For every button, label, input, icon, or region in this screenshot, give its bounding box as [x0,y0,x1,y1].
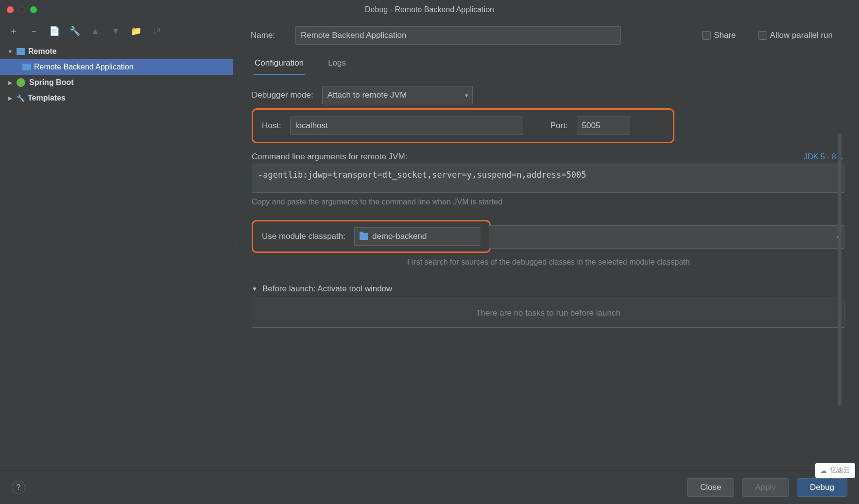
name-label: Name: [251,31,285,40]
host-label: Host: [262,121,281,131]
window-title: Debug - Remote Backend Application [0,5,859,14]
chevron-right-icon: ▶ [7,80,14,86]
parallel-checkbox[interactable]: Allow parallel run [758,31,833,40]
tabs: Configuration Logs [251,53,844,75]
remote-icon [17,48,25,55]
close-button[interactable]: Close [687,478,734,497]
up-icon: ▲ [90,26,100,36]
module-folder-icon [360,233,368,240]
folder-icon[interactable]: 📁 [131,26,141,36]
debugger-mode-select[interactable]: Attach to remote JVM [322,86,473,104]
chevron-down-icon: ▼ [252,286,258,292]
module-hint: First search for sources of the debugged… [407,258,708,267]
cmd-hint: Copy and paste the arguments to the comm… [252,198,844,206]
tree-item-remote-backend[interactable]: Remote Backend Application [0,59,233,75]
cmd-label: Command line arguments for remote JVM: [252,152,407,162]
config-tree: ▼ Remote Remote Backend Application ▶ Sp… [0,43,233,470]
share-label: Share [714,31,736,40]
cmd-textarea[interactable]: -agentlib:jdwp=transport=dt_socket,serve… [252,164,844,193]
module-select-inner[interactable]: demo-backend [354,227,481,246]
tree-item-templates[interactable]: ▶ 🔧 Templates [0,90,233,106]
down-icon: ▼ [111,26,120,36]
debugger-mode-label: Debugger mode: [252,90,313,100]
debug-button[interactable]: Debug [797,478,847,497]
sidebar-toolbar: ＋ － 📄 🔧 ▲ ▼ 📁 ↓ª [0,19,233,43]
remove-icon[interactable]: － [29,26,39,36]
cloud-icon: ☁ [820,467,827,474]
port-label: Port: [550,121,568,131]
footer: ? Close Apply Debug [0,470,859,504]
copy-icon[interactable]: 📄 [50,26,59,36]
sidebar: ＋ － 📄 🔧 ▲ ▼ 📁 ↓ª ▼ Remote Remote Backend… [0,19,233,470]
parallel-label: Allow parallel run [770,31,833,40]
tab-configuration[interactable]: Configuration [254,53,305,75]
jdk-value: JDK 5 - 8 [804,152,836,161]
tree-item-remote[interactable]: ▼ Remote [0,44,233,59]
before-launch-header[interactable]: ▼ Before launch: Activate tool window [252,284,844,294]
tab-logs[interactable]: Logs [327,53,347,75]
tree-item-spring-boot[interactable]: ▶ Spring Boot [0,75,233,90]
remote-icon [22,64,31,70]
name-input[interactable] [295,26,621,45]
host-input[interactable] [290,117,523,135]
titlebar: Debug - Remote Backend Application [0,0,859,19]
chevron-right-icon: ▶ [7,95,14,101]
module-label: Use module classpath: [262,232,345,241]
sort-icon: ↓ª [152,26,161,36]
tree-label: Remote [28,47,57,56]
before-launch-list: There are no tasks to run before launch [252,299,844,328]
tree-label: Spring Boot [29,78,74,87]
module-select[interactable] [489,225,844,249]
main-panel: Name: Share Allow parallel run Configura… [236,19,859,470]
spring-icon [17,78,25,87]
wrench-small-icon: 🔧 [17,94,25,102]
share-checkbox[interactable]: Share [702,31,736,40]
apply-button[interactable]: Apply [742,478,789,497]
port-input[interactable] [577,117,630,135]
scrollbar[interactable] [838,134,842,405]
before-launch-label: Before launch: Activate tool window [262,284,392,294]
module-highlight: Use module classpath: demo-backend [252,220,491,253]
debugger-mode-value: Attach to remote JVM [327,90,407,100]
chevron-down-icon: ▼ [7,49,14,54]
before-launch-empty: There are no tasks to run before launch [476,308,620,318]
wrench-icon[interactable]: 🔧 [70,26,80,36]
module-value: demo-backend [372,232,427,241]
watermark: ☁ 亿速云 [815,463,855,478]
help-button[interactable]: ? [12,481,25,494]
host-port-highlight: Host: Port: [252,108,674,143]
add-icon[interactable]: ＋ [9,26,18,36]
tree-label: Templates [28,94,66,102]
watermark-text: 亿速云 [830,466,850,475]
tree-label: Remote Backend Application [34,63,134,71]
